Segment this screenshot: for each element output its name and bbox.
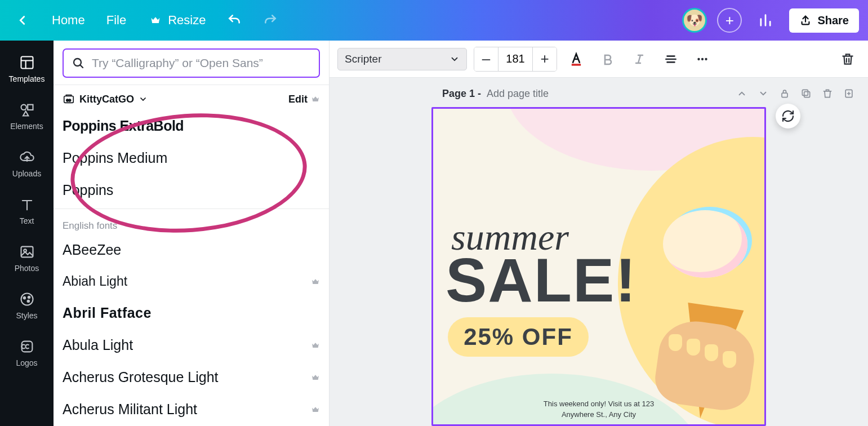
font-size-increase[interactable]: +	[533, 47, 557, 71]
svg-rect-13	[572, 64, 581, 66]
svg-rect-2	[28, 105, 33, 110]
crown-icon	[311, 95, 320, 104]
resize-menu[interactable]: Resize	[142, 8, 211, 33]
duplicate-icon[interactable]	[798, 86, 814, 101]
design-page[interactable]: summer SALE! 25% OFF This weekend only! …	[431, 107, 766, 426]
resize-label: Resize	[168, 13, 206, 28]
insights-button[interactable]	[752, 8, 779, 33]
svg-rect-18	[804, 92, 810, 97]
font-size-stepper: – 181 +	[474, 47, 557, 72]
font-name: Acherus Grotesque Light	[63, 369, 219, 385]
canvas-area: Scripter – 181 +	[330, 41, 868, 426]
svg-rect-19	[802, 90, 808, 95]
bold-button[interactable]	[595, 47, 620, 72]
nav-label: Logos	[16, 358, 37, 367]
svg-point-8	[27, 300, 29, 303]
font-name: Poppins Medium	[63, 150, 167, 166]
home-label: Home	[52, 13, 85, 28]
nav-logos[interactable]: Logos	[0, 330, 54, 378]
page-header: Page 1 - Add page title	[330, 78, 868, 107]
font-search-input[interactable]	[92, 56, 311, 70]
nav-uploads[interactable]: Uploads	[0, 141, 54, 188]
more-button[interactable]	[690, 47, 715, 72]
chevron-down-icon	[139, 95, 148, 104]
crown-icon	[311, 341, 320, 350]
svg-rect-9	[21, 341, 32, 352]
svg-rect-3	[21, 247, 33, 258]
collapse-down-icon[interactable]	[755, 86, 771, 101]
nav-photos[interactable]: Photos	[0, 236, 54, 283]
font-size-decrease[interactable]: –	[474, 47, 498, 71]
text-icon	[19, 196, 35, 213]
text-sale[interactable]: SALE!	[446, 244, 637, 316]
chevron-left-icon	[15, 12, 30, 28]
app-topbar: Home File Resize 🐶 + Share	[0, 0, 868, 41]
svg-point-1	[21, 105, 26, 110]
add-member-button[interactable]: +	[717, 8, 742, 33]
text-footer[interactable]: This weekend only! Visit us at 123 Anywh…	[433, 399, 764, 420]
icecream-image	[635, 210, 766, 424]
delete-page-icon[interactable]	[820, 86, 835, 101]
italic-button[interactable]	[627, 47, 652, 72]
share-button[interactable]: Share	[789, 8, 859, 33]
font-name: Acherus Militant Light	[63, 401, 197, 418]
logos-icon	[19, 338, 35, 355]
font-item-abula-light[interactable]: Abula Light	[63, 329, 320, 361]
font-name: Poppins ExtraBold	[63, 118, 184, 134]
font-item-acherus-grotesque[interactable]: Acherus Grotesque Light	[63, 361, 320, 393]
discount-pill[interactable]: 25% OFF	[448, 317, 589, 357]
avatar[interactable]: 🐶	[682, 8, 707, 33]
font-name: ABeeZee	[63, 242, 121, 258]
upload-icon	[799, 14, 812, 26]
font-item-abril-fatface[interactable]: Abril Fatface	[63, 297, 320, 329]
elements-icon	[19, 101, 35, 118]
brandkit-name: KittyCatGO	[79, 94, 134, 105]
text-align-button[interactable]	[658, 47, 683, 72]
font-item-poppins-extrabold[interactable]: Poppins ExtraBold	[63, 110, 320, 142]
undo-button[interactable]	[221, 8, 247, 32]
crown-icon	[311, 405, 320, 414]
font-item-acherus-militant[interactable]: Acherus Militant Light	[63, 393, 320, 425]
uploads-icon	[19, 149, 35, 166]
nav-label: Elements	[10, 122, 43, 131]
nav-text[interactable]: Text	[0, 188, 54, 236]
brandkit-selector[interactable]: co KittyCatGO	[63, 93, 148, 105]
left-nav: Templates Elements Uploads Text Photos S…	[0, 41, 54, 426]
font-panel: co KittyCatGO Edit Poppins ExtraBold Pop…	[54, 41, 330, 426]
back-button[interactable]	[9, 8, 36, 33]
font-search[interactable]	[63, 48, 320, 78]
redo-button[interactable]	[257, 8, 283, 32]
nav-label: Styles	[16, 311, 37, 320]
brandkit-edit[interactable]: Edit	[288, 94, 320, 105]
nav-label: Templates	[9, 74, 45, 83]
edit-label: Edit	[288, 94, 308, 105]
page-title-input[interactable]: Add page title	[487, 88, 549, 100]
crown-icon	[311, 277, 320, 286]
nav-styles[interactable]: Styles	[0, 283, 54, 330]
add-page-icon[interactable]	[841, 86, 857, 101]
nav-templates[interactable]: Templates	[0, 46, 54, 94]
font-item-poppins[interactable]: Poppins	[63, 174, 320, 206]
delete-button[interactable]	[835, 47, 860, 72]
font-item-abeezee[interactable]: ABeeZee	[63, 234, 320, 266]
regenerate-button[interactable]	[776, 104, 800, 128]
font-name: Poppins	[63, 182, 113, 198]
crown-icon	[311, 373, 320, 382]
text-color-button[interactable]	[564, 47, 589, 72]
collapse-up-icon[interactable]	[734, 86, 750, 101]
font-size-value[interactable]: 181	[498, 47, 533, 71]
font-item-poppins-medium[interactable]: Poppins Medium	[63, 142, 320, 174]
svg-rect-17	[782, 93, 787, 97]
page-number: Page 1 -	[442, 88, 481, 100]
text-off: 25% OFF	[464, 323, 573, 350]
font-family-dropdown[interactable]: Scripter	[337, 48, 467, 70]
font-item-abiah-light[interactable]: Abiah Light	[63, 266, 320, 297]
text-toolbar: Scripter – 181 +	[330, 41, 868, 78]
svg-point-5	[21, 294, 33, 305]
file-menu[interactable]: File	[101, 8, 132, 32]
svg-point-15	[701, 57, 704, 60]
home-button[interactable]: Home	[46, 8, 91, 32]
lock-icon[interactable]	[777, 86, 793, 101]
styles-icon	[19, 291, 35, 308]
nav-elements[interactable]: Elements	[0, 94, 54, 141]
